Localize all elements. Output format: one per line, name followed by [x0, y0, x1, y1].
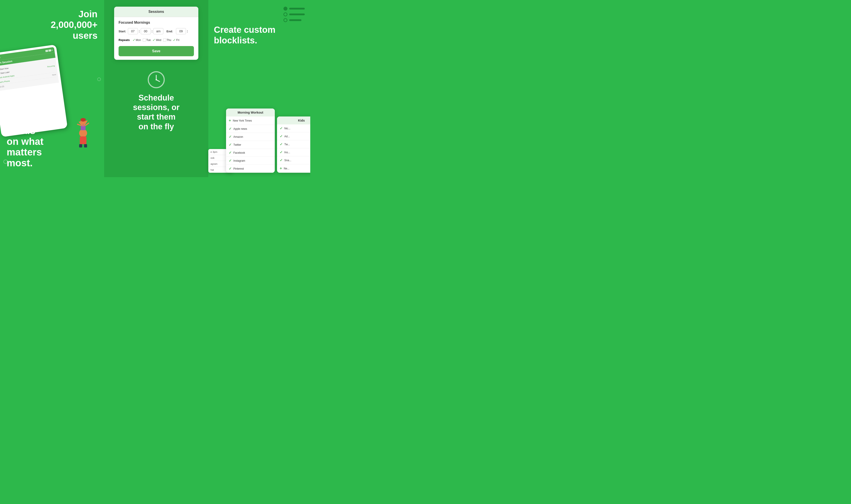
day-thu[interactable]: Thu [163, 38, 171, 42]
check-thu [163, 38, 166, 42]
schedule-line4: on the fly [139, 122, 174, 131]
join-users: 2,000,000+ [51, 19, 98, 30]
nyt-label: New York Times [233, 119, 252, 122]
svg-point-14 [156, 79, 157, 80]
character-illustration [69, 101, 98, 148]
svg-rect-5 [81, 125, 86, 130]
bar-1 [289, 8, 305, 10]
right-section: Create custom blocklists. e 3pm ook agra… [208, 0, 310, 177]
time-row: Start: 07 : 00 : am End: 09 : [119, 28, 194, 34]
svg-point-0 [79, 129, 87, 137]
kids-item-6: + Ne... [277, 164, 310, 173]
kids-item-3-label: Tw... [284, 143, 290, 146]
svg-line-7 [77, 124, 81, 125]
pinterest-label: Pinterest [233, 167, 244, 170]
kids-item-5-label: Sna... [284, 159, 291, 162]
focus-line1: Focus [7, 125, 35, 136]
morning-item-apple: ✓ Apple news [226, 125, 275, 133]
join-suffix: users [73, 30, 98, 41]
kids-item-4: ✓ Ins... [277, 148, 310, 156]
list-icon-row-3 [283, 18, 305, 22]
list-icon-row-1 [283, 7, 305, 11]
focus-line4: most. [7, 158, 33, 168]
device-name-text: Fred's Phone [0, 80, 10, 84]
session-name: Focused Mornings [119, 21, 194, 24]
morning-item-amazon: ✓ Amazon [226, 133, 275, 141]
check-fri: ✓ [173, 38, 176, 42]
bar-2 [289, 14, 305, 15]
phone-time: 12:19 [0, 56, 0, 59]
facebook-label: Facebook [233, 151, 245, 154]
day-mon[interactable]: ✓ Mon [133, 38, 141, 42]
morning-workout-card: Morning Workout + New York Times ✓ Apple… [226, 108, 275, 173]
colon-3: : [187, 30, 188, 33]
label-wed: Wed [156, 38, 161, 42]
repeats-label: Repeats [119, 38, 130, 42]
label-tue: Tue [146, 38, 151, 42]
svg-rect-3 [84, 144, 87, 147]
start-minute-input[interactable]: 00 [141, 28, 151, 34]
end-hour-input[interactable]: 09 [176, 28, 186, 34]
label-thu: Thu [167, 38, 171, 42]
create-line1: Create custom [214, 25, 276, 35]
schedule-text: Schedule sessions, or start them on the … [133, 93, 179, 131]
morning-item-twitter: ✓ Twitter [226, 141, 275, 149]
phone-mockup: 12:19 ▓▓ ▓▓ ● Start Session Start Now St… [0, 44, 68, 137]
option-start-now: Start Now [0, 67, 8, 70]
check-instagram: ✓ [229, 159, 231, 163]
day-wed[interactable]: ✓ Wed [153, 38, 161, 42]
focus-text: Focus on what matters most. [7, 125, 44, 168]
repeats-row: Repeats ✓ Mon Tue ✓ Wed Thu [119, 38, 194, 42]
day-tue[interactable]: Tue [143, 38, 151, 42]
list-icon-row-2 [283, 13, 305, 16]
start-hour-input[interactable]: 07 [128, 28, 138, 34]
save-button[interactable]: Save [119, 46, 194, 56]
check-kids-5: ✓ [280, 158, 282, 162]
bar-3 [289, 19, 301, 21]
day-fri[interactable]: ✓ Fri [173, 38, 179, 42]
svg-rect-2 [79, 144, 82, 147]
start-ampm-input[interactable]: am [153, 28, 163, 34]
schedule-line3: start them [137, 112, 175, 121]
create-line2: blocklists. [214, 35, 257, 45]
dot-3 [283, 18, 288, 22]
colon-1: : [139, 30, 140, 33]
check-mon: ✓ [133, 38, 135, 42]
check-pinterest: ✓ [229, 166, 231, 171]
amazon-label: Amazon [233, 135, 243, 139]
kids-item-1: ✓ Nic... [277, 124, 310, 132]
twitter-label: Twitter [233, 143, 241, 146]
list-icon-decoration [283, 7, 305, 22]
morning-item-nyt: + New York Times [226, 116, 275, 125]
instagram-label: Instagram [233, 159, 245, 162]
schedule-line1: Schedule [139, 93, 174, 102]
plus-nyt: + [229, 118, 231, 123]
dot-2 [283, 13, 288, 16]
check-apple: ✓ [229, 127, 231, 131]
svg-rect-1 [80, 137, 86, 144]
start-label: Start: [119, 30, 126, 33]
elapsed-time: 00:05 [0, 85, 4, 88]
kids-item-3: ✓ Tw... [277, 140, 310, 148]
svg-point-8 [81, 118, 86, 122]
recurring-label: Recurring [47, 65, 55, 68]
sessions-title: Sessions [149, 10, 164, 14]
check-kids-4: ✓ [280, 150, 282, 154]
dot-1 [283, 7, 288, 11]
check-kids-2: ✓ [280, 134, 282, 139]
join-title: Join [79, 9, 98, 19]
morning-item-pinterest: ✓ Pinterest [226, 165, 275, 173]
kids-card-header: Kids [277, 116, 310, 124]
morning-item-instagram: ✓ Instagram [226, 157, 275, 165]
check-tue [143, 38, 146, 42]
check-amazon: ✓ [229, 134, 231, 139]
clock-container: Schedule sessions, or start them on the … [133, 71, 179, 131]
kids-item-5: ✓ Sna... [277, 156, 310, 164]
kids-card: Kids ✓ Nic... ✓ Ad... ✓ Tw... ✓ Ins... ✓… [277, 116, 310, 173]
sessions-card-header: Sessions [114, 7, 198, 17]
morning-item-facebook: ✓ Facebook [226, 149, 275, 157]
left-section: Join 2,000,000+ users 12:19 ▓▓ ▓▓ ● Star… [0, 0, 104, 177]
kids-item-6-label: Ne... [284, 167, 290, 170]
check-twitter: ✓ [229, 143, 231, 147]
sessions-card-body: Focused Mornings Start: 07 : 00 : am End… [114, 17, 198, 60]
